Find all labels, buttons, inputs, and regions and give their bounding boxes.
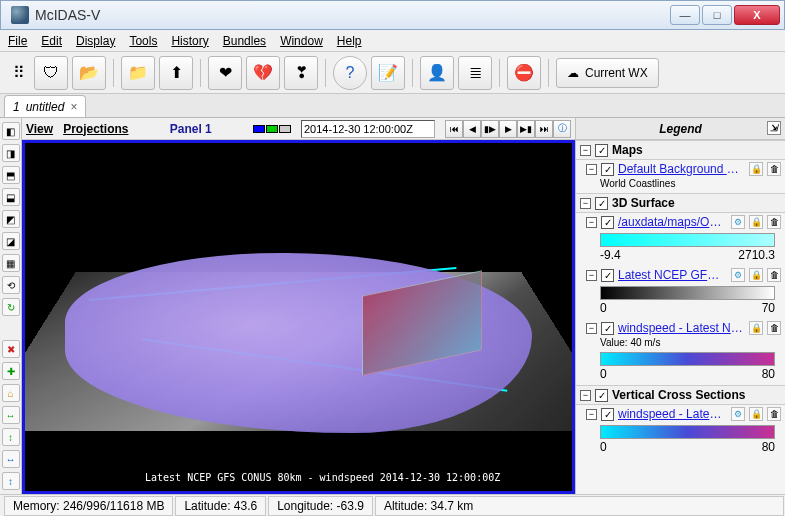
lock-icon[interactable]: 🔒 <box>749 162 763 176</box>
list-button[interactable]: ≣ <box>458 56 492 90</box>
range-max: 70 <box>762 301 775 315</box>
menu-help[interactable]: Help <box>337 34 362 48</box>
collapse-icon[interactable]: − <box>586 164 597 175</box>
pan-left-right-button[interactable]: ↔ <box>2 406 20 424</box>
pan-up-down-button[interactable]: ↕ <box>2 428 20 446</box>
folder-button[interactable]: 📂 <box>72 56 106 90</box>
cube-top-button[interactable]: ⬒ <box>2 166 20 184</box>
layer-link[interactable]: Default Background Ma... <box>618 162 745 176</box>
layer-checkbox[interactable]: ✓ <box>601 408 614 421</box>
collapse-icon[interactable]: − <box>580 145 591 156</box>
menu-history[interactable]: History <box>171 34 208 48</box>
collapse-icon[interactable]: − <box>586 409 597 420</box>
rotate-button[interactable]: ⟲ <box>2 276 20 294</box>
layer-link[interactable]: windspeed - Latest NC... <box>618 321 745 335</box>
cube-back-button[interactable]: ◨ <box>2 144 20 162</box>
nav-left-right-button[interactable]: ↔ <box>2 450 20 468</box>
current-wx-button[interactable]: ☁ Current WX <box>556 58 659 88</box>
group-checkbox[interactable]: ✓ <box>595 389 608 402</box>
cube-south-button[interactable]: ◪ <box>2 232 20 250</box>
collapse-icon[interactable]: − <box>580 198 591 209</box>
layer-checkbox[interactable]: ✓ <box>601 322 614 335</box>
gear-icon[interactable]: ⚙ <box>731 268 745 282</box>
view-menu[interactable]: View <box>26 122 53 136</box>
layer-checkbox[interactable]: ✓ <box>601 216 614 229</box>
trash-icon[interactable]: 🗑 <box>767 321 781 335</box>
animation-info-button[interactable]: ⓘ <box>553 120 571 138</box>
first-frame-button[interactable]: ⏮ <box>445 120 463 138</box>
open-button[interactable]: 📁 <box>121 56 155 90</box>
collapse-icon[interactable]: − <box>580 390 591 401</box>
collapse-icon[interactable]: − <box>586 323 597 334</box>
projections-menu[interactable]: Projections <box>63 122 128 136</box>
export-button[interactable]: ⬆ <box>159 56 193 90</box>
shield-button[interactable]: 🛡 <box>34 56 68 90</box>
step-frame-button[interactable]: ▶▮ <box>517 120 535 138</box>
layer-checkbox[interactable]: ✓ <box>601 269 614 282</box>
toolbar: ⠿ 🛡 📂 📁 ⬆ ❤ 💔 ❣ ? 📝 👤 ≣ ⛔ ☁ Current WX <box>0 52 785 94</box>
lock-icon[interactable]: 🔒 <box>749 268 763 282</box>
trash-icon[interactable]: 🗑 <box>767 162 781 176</box>
favorite-button[interactable]: ❤ <box>208 56 242 90</box>
undock-button[interactable]: ⇲ <box>767 121 781 135</box>
remove-button[interactable]: ✖ <box>2 340 20 358</box>
map-viewport[interactable]: Latest NCEP GFS CONUS 80km - windspeed 2… <box>22 140 575 494</box>
next-frame-button[interactable]: ▶ <box>499 120 517 138</box>
lock-icon[interactable]: 🔒 <box>749 321 763 335</box>
layer-link[interactable]: Latest NCEP GFS C... <box>618 268 727 282</box>
group-header-maps[interactable]: − ✓ Maps <box>576 140 785 160</box>
prev-frame-button[interactable]: ◀ <box>463 120 481 138</box>
collapse-icon[interactable]: − <box>586 217 597 228</box>
menu-window[interactable]: Window <box>280 34 323 48</box>
colorbar[interactable] <box>600 233 775 247</box>
favorite-manage-button[interactable]: ❣ <box>284 56 318 90</box>
play-pause-button[interactable]: ▮▶ <box>481 120 499 138</box>
group-header-3d-surface[interactable]: − ✓ 3D Surface <box>576 193 785 213</box>
cube-bottom-button[interactable]: ⬓ <box>2 188 20 206</box>
minimize-button[interactable]: — <box>670 5 700 25</box>
menu-display[interactable]: Display <box>76 34 115 48</box>
animation-controls: ⏮ ◀ ▮▶ ▶ ▶▮ ⏭ ⓘ <box>445 120 571 138</box>
trash-icon[interactable]: 🗑 <box>767 268 781 282</box>
last-frame-button[interactable]: ⏭ <box>535 120 553 138</box>
note-button[interactable]: 📝 <box>371 56 405 90</box>
auto-rotate-button[interactable]: ↻ <box>2 298 20 316</box>
unfavorite-button[interactable]: 💔 <box>246 56 280 90</box>
gear-icon[interactable]: ⚙ <box>731 407 745 421</box>
wireframe-button[interactable]: ▦ <box>2 254 20 272</box>
time-input[interactable] <box>301 120 435 138</box>
nav-up-down-button[interactable]: ↕ <box>2 472 20 490</box>
lock-icon[interactable]: 🔒 <box>749 215 763 229</box>
trash-icon[interactable]: 🗑 <box>767 215 781 229</box>
collapse-icon[interactable]: − <box>586 270 597 281</box>
group-checkbox[interactable]: ✓ <box>595 197 608 210</box>
layer-link[interactable]: /auxdata/maps/OUT... <box>618 215 727 229</box>
layer-checkbox[interactable]: ✓ <box>601 163 614 176</box>
colorbar[interactable] <box>600 352 775 366</box>
range-max: 80 <box>762 367 775 381</box>
help-button[interactable]: ? <box>333 56 367 90</box>
lock-icon[interactable]: 🔒 <box>749 407 763 421</box>
menu-edit[interactable]: Edit <box>41 34 62 48</box>
menu-file[interactable]: File <box>8 34 27 48</box>
group-header-vertical-cross[interactable]: − ✓ Vertical Cross Sections <box>576 385 785 405</box>
menu-bundles[interactable]: Bundles <box>223 34 266 48</box>
colorbar[interactable] <box>600 286 775 300</box>
panel-label: Panel 1 <box>139 122 244 136</box>
cube-front-button[interactable]: ◧ <box>2 122 20 140</box>
stop-button[interactable]: ⛔ <box>507 56 541 90</box>
layer-link[interactable]: windspeed - Latest ... <box>618 407 727 421</box>
user-button[interactable]: 👤 <box>420 56 454 90</box>
home-button[interactable]: ⌂ <box>2 384 20 402</box>
trash-icon[interactable]: 🗑 <box>767 407 781 421</box>
menu-tools[interactable]: Tools <box>129 34 157 48</box>
gear-icon[interactable]: ⚙ <box>731 215 745 229</box>
group-checkbox[interactable]: ✓ <box>595 144 608 157</box>
colorbar[interactable] <box>600 425 775 439</box>
tab-close-icon[interactable]: × <box>70 100 77 114</box>
cube-north-button[interactable]: ◩ <box>2 210 20 228</box>
maximize-button[interactable]: □ <box>702 5 732 25</box>
tab-untitled[interactable]: 1untitled × <box>4 95 86 117</box>
close-button[interactable]: X <box>734 5 780 25</box>
add-button[interactable]: ✚ <box>2 362 20 380</box>
